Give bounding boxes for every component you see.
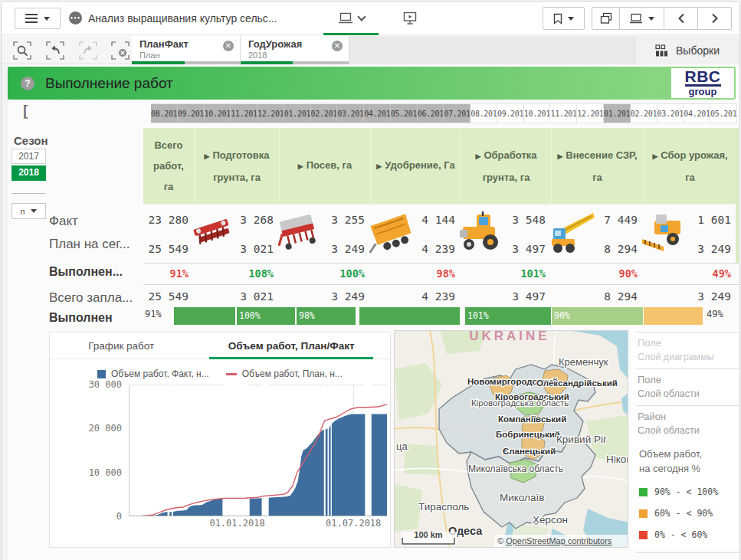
table-cell[interactable]: 98% <box>371 264 461 284</box>
timeline-month[interactable]: 06.2017 <box>418 103 444 123</box>
drill-down-icon[interactable]: ▶ <box>204 152 209 160</box>
chip-clear-icon[interactable]: ✕ <box>223 41 234 51</box>
table-cell[interactable]: 4 239 <box>371 235 461 263</box>
selection-chip-ГодУрожая[interactable]: ГодУрожая2018✕ <box>241 36 349 64</box>
table-cell[interactable]: 3 249 <box>644 235 737 263</box>
timeline-month[interactable]: 05.2018 <box>710 103 737 123</box>
timeline-month[interactable]: 04.2017 <box>364 103 391 123</box>
completion-bar-segment[interactable]: 98% <box>297 307 356 325</box>
selections-tool-button[interactable]: Выборки <box>634 36 739 64</box>
chip-clear-icon[interactable]: ✕ <box>332 41 343 51</box>
table-cell[interactable]: 3 021 <box>195 235 280 263</box>
completion-bar-segment[interactable]: 101% <box>465 307 551 325</box>
completion-bar-segment[interactable] <box>359 307 460 325</box>
season-option-2018[interactable]: 2018 <box>11 165 46 181</box>
bookmarks-button[interactable] <box>543 7 585 30</box>
table-cell[interactable]: 100% <box>280 264 371 284</box>
tab-volume-plan-fact[interactable]: Объем работ, План/Факт <box>192 332 390 359</box>
sheet-view-button[interactable] <box>323 2 379 35</box>
clear-selections-icon[interactable] <box>110 41 130 61</box>
step-back-icon[interactable] <box>45 41 65 61</box>
layer-section[interactable]: РайонСлой области <box>636 405 739 442</box>
table-cell[interactable]: 91% <box>143 264 195 284</box>
table-cell[interactable]: 1 601 <box>644 205 737 235</box>
tab-work-schedule[interactable]: График работ <box>50 332 192 359</box>
timeline-month[interactable]: 12.2016 <box>257 103 284 123</box>
previous-sheet-button[interactable] <box>664 7 698 30</box>
column-header[interactable]: ▶Внесение СЗР, га <box>552 128 644 204</box>
table-cell[interactable]: 108% <box>195 264 280 284</box>
smart-search-icon[interactable] <box>12 41 32 61</box>
table-cell[interactable]: 3 255 <box>280 205 371 235</box>
column-header[interactable]: ▶Сбор урожая, га <box>644 128 737 204</box>
timeline-month[interactable]: 10.2017 <box>524 103 551 123</box>
completion-bar-segment[interactable]: 90% <box>552 307 643 325</box>
drill-down-icon[interactable]: ▶ <box>652 152 657 160</box>
layer-section[interactable]: ПолеСлой области <box>636 368 739 405</box>
season-option-2017[interactable]: 2017 <box>11 149 46 164</box>
timeline-month[interactable]: 08.2016 <box>151 103 178 123</box>
layer-section[interactable]: ПолеСлой диаграммы <box>636 332 739 368</box>
timeline-month[interactable]: 09.2017 <box>497 103 524 123</box>
period-dropdown[interactable]: п <box>11 203 46 219</box>
table-cell[interactable]: 3 249 <box>280 235 371 263</box>
timeline-month[interactable]: 09.2016 <box>178 103 205 123</box>
map-legend-item[interactable]: 90% - < 100% <box>639 486 739 497</box>
table-cell[interactable]: 101% <box>461 264 552 284</box>
timeline-month[interactable]: 12.2017 <box>577 103 604 123</box>
column-header[interactable]: ▶Обработка грунта, га <box>461 128 552 204</box>
table-cell[interactable]: 3 548 <box>461 205 552 235</box>
completion-bar-segment[interactable] <box>644 307 703 325</box>
completion-bar-segment[interactable]: 100% <box>237 307 295 325</box>
table-cell[interactable]: 49% <box>644 264 737 284</box>
drill-down-icon[interactable]: ▶ <box>298 162 303 170</box>
timeline-month[interactable]: 03.2018 <box>657 103 684 123</box>
map-card[interactable]: UKRAINEКременчукНовомиргородськийОлексан… <box>394 330 628 548</box>
completion-bar-segment[interactable] <box>174 307 235 325</box>
selection-chip-ПланФакт[interactable]: ПланФактПлан✕ <box>132 36 241 64</box>
drill-down-icon[interactable]: ▶ <box>476 152 481 160</box>
table-cell[interactable]: 3 249 <box>644 285 737 309</box>
timeline-month[interactable]: 01.2017 <box>284 103 311 123</box>
timeline-month[interactable]: 01.2018 <box>604 103 631 123</box>
timeline-month[interactable]: 11.2017 <box>550 103 577 123</box>
next-sheet-button[interactable] <box>698 7 732 30</box>
table-cell[interactable]: 23 280 <box>143 205 195 235</box>
sheets-overview-button[interactable] <box>592 7 620 30</box>
sheet-selector-button[interactable] <box>620 7 664 30</box>
drill-down-icon[interactable]: ▶ <box>376 162 382 170</box>
timeline-month[interactable]: 04.2018 <box>684 103 710 123</box>
timeline-month[interactable]: 11.2016 <box>231 103 257 123</box>
timeline-month[interactable]: 07.2017 <box>444 103 471 123</box>
column-header[interactable]: ▶Посев, га <box>280 128 371 204</box>
drill-down-icon[interactable]: ▶ <box>557 152 562 160</box>
help-icon[interactable]: ? <box>21 77 34 90</box>
timeline-month[interactable]: 10.2016 <box>205 103 231 123</box>
global-menu-button[interactable] <box>15 8 61 29</box>
table-cell[interactable]: 4 239 <box>371 285 461 309</box>
table-cell[interactable]: 25 549 <box>143 235 195 263</box>
map-legend-item[interactable]: 0% - < 60% <box>639 529 739 540</box>
table-cell[interactable]: 8 294 <box>552 235 644 263</box>
table-cell[interactable]: 3 497 <box>461 235 552 263</box>
map-attribution[interactable]: © OpenStreetMap contributors <box>494 535 628 547</box>
step-forward-icon[interactable] <box>78 41 98 61</box>
works-pivot-table[interactable]: Всего работ, га▶Подготовка грунта, га▶По… <box>143 128 739 326</box>
column-header[interactable]: ▶Подготовка грунта, га <box>195 128 280 204</box>
table-cell[interactable]: 90% <box>552 264 644 284</box>
legend-item-fact[interactable]: Объем работ, Факт, н... <box>97 368 209 379</box>
table-cell[interactable]: 25 549 <box>143 285 195 309</box>
table-cell[interactable]: 3 268 <box>195 205 280 235</box>
legend-item-plan[interactable]: Объем работ, План, н... <box>226 368 343 379</box>
table-cell[interactable]: 3 497 <box>461 285 552 309</box>
table-cell[interactable]: 7 449 <box>552 205 644 235</box>
table-cell[interactable]: 4 144 <box>371 205 461 235</box>
column-header[interactable]: ▶Удобрение, Га <box>371 128 461 204</box>
presentation-button[interactable] <box>398 2 421 35</box>
timeline-month[interactable]: 02.2018 <box>631 103 657 123</box>
timeline-month[interactable]: 05.2017 <box>391 103 418 123</box>
ukraine-map[interactable]: UKRAINEКременчукНовомиргородськийОлексан… <box>395 331 628 548</box>
table-cell[interactable]: 3 021 <box>195 285 280 309</box>
timeline-month[interactable]: 03.2017 <box>337 103 364 123</box>
map-legend-item[interactable]: 60% - < 90% <box>639 508 739 519</box>
